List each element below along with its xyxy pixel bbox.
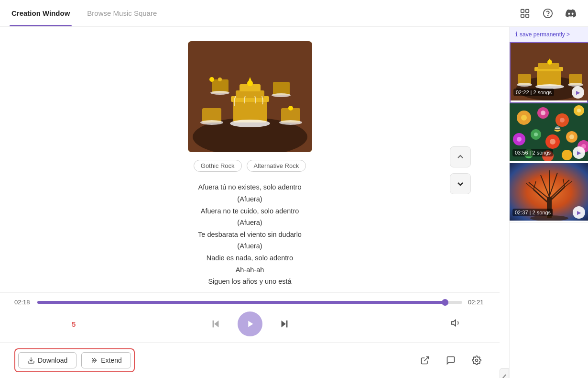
extend-label: Extend [101,356,122,364]
sidebar-play-3-button[interactable]: ▶ [573,206,585,219]
svg-point-50 [521,115,527,121]
sidebar-card-1-meta: 02:22 | 2 songs [513,89,554,96]
genre-tag-alternative-rock: Alternative Rock [247,160,306,172]
settings-button[interactable] [468,352,485,369]
tab-creation-window[interactable]: Creation Window [10,0,72,26]
svg-point-64 [569,134,574,139]
prev-button[interactable] [207,315,224,333]
svg-rect-3 [526,14,529,17]
queue-icon[interactable] [517,6,533,21]
lyrics: Afuera tú no existes, solo adentro (Afue… [198,181,302,288]
save-permanently-label[interactable]: save permanently > [520,31,570,38]
action-group: Download Extend [14,348,135,372]
header-icons [517,6,578,21]
extend-button[interactable]: Extend [81,352,131,368]
download-button[interactable]: Download [18,352,76,368]
bottom-bar: Download Extend [0,342,500,378]
scroll-down-button[interactable] [450,173,471,194]
svg-point-56 [577,109,581,112]
svg-point-60 [534,133,538,136]
play-button[interactable] [238,311,262,336]
collapse-sidebar-button[interactable] [500,368,509,378]
lyric-line-8: Ah-ah-ah [198,264,302,276]
sidebar-card-2-overlay: 03:56 | 2 songs ▶ [510,146,588,159]
svg-rect-2 [521,14,524,17]
sidebar-card-3[interactable]: 02:37 | 2 songs ▶ [510,163,588,223]
right-sidebar: ℹ save permanently > 02:22 | 2 [509,27,588,378]
save-banner[interactable]: ℹ save permanently > [510,27,588,42]
svg-rect-30 [286,321,287,328]
svg-point-54 [560,118,565,122]
sidebar-card-3-overlay: 02:37 | 2 songs ▶ [510,206,588,219]
svg-point-23 [209,77,214,82]
lyric-line-6: (Afuera) [198,240,302,252]
svg-point-35 [476,359,478,362]
svg-point-22 [272,93,291,97]
header: Creation Window Browse Music Square [0,0,588,27]
genre-tags: Gothic Rock Alternative Rock [194,160,306,172]
total-time: 02:21 [468,299,485,306]
svg-rect-0 [521,9,524,12]
svg-point-72 [555,126,560,129]
discord-icon[interactable] [563,6,578,21]
track-number: 5 [72,320,76,328]
album-art [188,41,312,152]
nav-arrows [450,146,471,194]
svg-rect-27 [212,321,214,328]
sidebar-play-2-button[interactable]: ▶ [573,146,585,159]
sidebar-card-3-meta: 02:37 | 2 songs [512,209,553,216]
svg-rect-1 [526,9,529,12]
svg-line-34 [424,357,428,361]
help-icon[interactable] [540,6,555,21]
share-button[interactable] [416,352,434,369]
next-button[interactable] [276,315,293,333]
svg-marker-31 [452,320,456,326]
svg-point-25 [288,106,293,111]
lyric-line-3: Afuera no te cuido, solo adentro [198,205,302,217]
svg-rect-38 [537,69,561,86]
progress-thumb [442,299,448,306]
svg-point-16 [200,120,223,125]
lyric-line-2: (Afuera) [198,193,302,205]
main-container: Gothic Rock Alternative Rock Afuera tú n… [0,27,588,378]
sidebar-card-2[interactable]: 03:56 | 2 songs ▶ [510,103,588,163]
lyric-line-9: Siguen los años y uno está [198,276,302,288]
volume-button[interactable] [451,318,461,331]
svg-point-14 [230,120,270,127]
svg-marker-26 [214,321,218,328]
svg-rect-21 [273,82,290,95]
tab-browse-music-square[interactable]: Browse Music Square [85,0,159,26]
sidebar-play-1-button[interactable]: ▶ [572,86,584,99]
svg-point-58 [517,137,522,142]
progress-row: 02:18 02:21 [14,299,485,306]
svg-rect-10 [236,90,264,98]
svg-marker-28 [248,321,253,327]
svg-point-62 [550,139,555,145]
svg-rect-19 [212,79,229,93]
sidebar-card-2-meta: 03:56 | 2 songs [512,149,553,156]
svg-point-52 [541,111,545,115]
content-area: Gothic Rock Alternative Rock Afuera tú n… [0,27,500,378]
svg-point-20 [210,91,229,95]
svg-rect-8 [233,99,267,122]
lyric-line-4: (Afuera) [198,217,302,229]
svg-marker-29 [281,321,285,328]
player-area: 02:18 02:21 5 [0,292,500,342]
sidebar-card-1-overlay: 02:22 | 2 songs ▶ [511,86,587,99]
download-label: Download [38,356,67,364]
info-icon: ℹ [515,31,518,38]
svg-point-18 [279,120,302,125]
genre-tag-gothic-rock: Gothic Rock [194,160,242,172]
svg-point-24 [218,78,222,81]
lyric-line-1: Afuera tú no existes, solo adentro [198,181,302,193]
lyric-line-5: Te desbarata el viento sin dudarlo [198,229,302,241]
scroll-up-button[interactable] [450,146,471,167]
sidebar-card-1[interactable]: 02:22 | 2 songs ▶ [510,42,588,103]
controls-row: 5 [14,311,485,336]
scrollable-content: Gothic Rock Alternative Rock Afuera tú n… [0,27,500,292]
progress-bar[interactable] [37,301,462,304]
lyric-line-7: Nadie es nada, solo adentro [198,252,302,264]
comment-button[interactable] [442,352,459,369]
bottom-right-icons [416,352,485,369]
current-time: 02:18 [14,299,32,306]
